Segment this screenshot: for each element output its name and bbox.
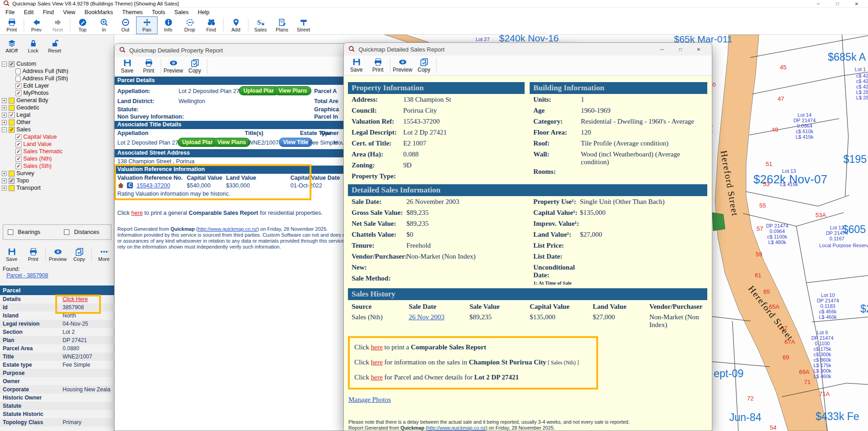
layer-lock-button[interactable]: Lock — [22, 36, 44, 56]
tree-item-custom[interactable]: −✓Custom — [0, 60, 113, 68]
menu-edit[interactable]: Edit — [19, 9, 38, 16]
unchecked-layer-icon[interactable] — [9, 185, 15, 191]
expand-icon[interactable]: + — [2, 171, 7, 176]
menu-bookmarks[interactable]: BookMarks — [80, 9, 118, 16]
tree-item-myphotos[interactable]: ✓MyPhotos — [0, 89, 113, 97]
layer-reset-button[interactable]: Reset — [44, 36, 65, 56]
tree-item-other[interactable]: +Other — [0, 119, 113, 126]
menu-help[interactable]: Help — [193, 9, 214, 16]
property-copy-button[interactable]: Copy — [184, 57, 205, 76]
checked-layer-icon[interactable]: ✓ — [9, 61, 15, 67]
toolbar-prev-button[interactable]: Prev — [26, 16, 47, 34]
property-save-button[interactable]: Save — [116, 57, 138, 76]
minimize-icon[interactable]: ─ — [656, 47, 668, 52]
collapse-icon[interactable]: − — [2, 127, 7, 132]
tree-item-geodetic[interactable]: +Geodetic — [0, 104, 113, 111]
menu-view[interactable]: View — [58, 9, 80, 16]
toolbar-pan-button[interactable]: Pan — [136, 16, 158, 34]
toolbar-print-button[interactable]: Print — [1, 16, 22, 34]
expand-icon[interactable]: + — [2, 98, 7, 103]
toolbar-in-button[interactable]: In — [93, 16, 115, 34]
quickmap-url-link[interactable]: http://www.quickmap.co.nz — [198, 226, 257, 232]
checked-layer-icon[interactable]: ✓ — [16, 156, 21, 162]
panel-print-button[interactable]: Print — [22, 245, 44, 264]
sales-report-titlebar[interactable]: Quickmap Detailed Sales Report ─ □ ✕ — [344, 43, 712, 56]
quickmap-url-link[interactable]: http://www.quickmap.co.nz — [427, 425, 486, 431]
layer-alloff-button[interactable]: AllOff — [1, 36, 22, 56]
maximize-icon[interactable]: □ — [674, 47, 686, 52]
tree-item-land-value[interactable]: ✓Land Value — [0, 140, 113, 148]
toolbar-plans-button[interactable]: Plans — [271, 16, 293, 34]
tree-item-legal[interactable]: +✓Legal — [0, 111, 113, 119]
here-link[interactable]: here — [371, 343, 383, 351]
valuation-ref-link[interactable]: 15543-37200 — [137, 182, 170, 189]
maximize-icon[interactable]: □ — [828, 1, 847, 6]
unchecked-layer-icon[interactable] — [9, 119, 15, 125]
tree-item-transport[interactable]: +Transport — [0, 184, 113, 192]
here-link[interactable]: here — [132, 210, 143, 216]
layer-page-icon[interactable] — [16, 68, 21, 74]
checked-layer-icon[interactable]: ✓ — [9, 127, 15, 133]
panel-save-button[interactable]: Save — [1, 245, 22, 264]
tree-item-sales-nth[interactable]: ✓Sales (Nth) — [0, 155, 113, 162]
minimize-icon[interactable]: ─ — [809, 1, 828, 6]
toolbar-drop-button[interactable]: Drop — [179, 16, 200, 34]
upload-plan-button[interactable]: Upload Plan — [239, 86, 279, 95]
sales-save-button[interactable]: Save — [346, 56, 367, 75]
view-title-button[interactable]: View Title — [279, 138, 312, 147]
tree-item-sales-thematic[interactable]: ✓Sales Thematic — [0, 148, 113, 155]
toolbar-street-button[interactable]: Street — [293, 16, 314, 34]
close-icon[interactable]: ✕ — [693, 47, 705, 52]
checked-layer-icon[interactable]: ✓ — [16, 134, 21, 140]
checked-layer-icon[interactable]: ✓ — [16, 83, 21, 89]
tree-item-address-full-nth[interactable]: Address Full (Nth) — [0, 68, 113, 75]
tree-item-general-bdy[interactable]: +General Bdy — [0, 97, 113, 104]
expand-icon[interactable]: + — [2, 105, 7, 110]
tree-item-topo[interactable]: +✓Topo — [0, 177, 113, 184]
found-parcel-link[interactable]: Parcel - 3857908 — [6, 272, 48, 279]
toolbar-add-button[interactable]: Add — [225, 16, 247, 34]
layer-page-icon[interactable] — [16, 76, 21, 82]
menu-file[interactable]: File — [1, 9, 19, 16]
toolbar-sales-button[interactable]: SSales — [250, 16, 271, 34]
menu-sales[interactable]: Sales — [170, 9, 193, 16]
sales-copy-button[interactable]: Copy — [413, 56, 435, 75]
property-preview-button[interactable]: Preview — [163, 57, 184, 76]
menu-tools[interactable]: Tools — [147, 9, 170, 16]
toolbar-top-button[interactable]: Top — [72, 16, 93, 34]
sales-preview-button[interactable]: Preview — [392, 56, 413, 75]
toolbar-next-button[interactable]: Next — [47, 16, 68, 34]
sales-print-button[interactable]: Print — [367, 56, 389, 75]
here-link[interactable]: here — [371, 374, 383, 381]
menu-themes[interactable]: Themes — [117, 9, 147, 16]
here-link[interactable]: here — [371, 358, 383, 366]
view-plans-button[interactable]: View Plans — [274, 86, 311, 95]
checked-layer-icon[interactable]: ✓ — [9, 112, 15, 118]
tree-item-capital-value[interactable]: ✓Capital Value — [0, 133, 113, 140]
checked-layer-icon[interactable]: ✓ — [9, 178, 15, 184]
tree-item-address-full-sth[interactable]: Address Full (Sth) — [0, 75, 113, 82]
checked-layer-icon[interactable]: ✓ — [16, 163, 21, 169]
toolbar-info-button[interactable]: Info — [158, 16, 179, 34]
close-icon[interactable]: ✕ — [847, 1, 866, 6]
expand-icon[interactable]: + — [2, 186, 7, 191]
tree-item-sales[interactable]: −✓Sales — [0, 126, 113, 133]
panel-more-button[interactable]: More — [93, 245, 115, 264]
menu-find[interactable]: Find — [38, 9, 58, 16]
checked-layer-icon[interactable]: ✓ — [16, 141, 21, 147]
tree-item-sales-sth[interactable]: ✓Sales (Sth) — [0, 162, 113, 170]
expand-icon[interactable]: + — [2, 178, 7, 183]
panel-preview-button[interactable]: Preview — [47, 245, 68, 264]
tree-item-survey[interactable]: +Survey — [0, 170, 113, 177]
checked-layer-icon[interactable]: ✓ — [16, 90, 21, 96]
upload-plan-button-2[interactable]: Upload Plan — [178, 138, 218, 147]
unchecked-layer-icon[interactable] — [9, 171, 15, 177]
unchecked-layer-icon[interactable] — [9, 98, 15, 104]
distances-checkbox[interactable] — [64, 229, 69, 235]
expand-icon[interactable]: + — [2, 113, 7, 118]
panel-copy-button[interactable]: Copy — [68, 245, 90, 264]
toolbar-find-button[interactable]: Find — [200, 16, 222, 34]
bearings-checkbox[interactable] — [8, 229, 13, 235]
expand-icon[interactable]: + — [2, 120, 7, 125]
unchecked-layer-icon[interactable] — [9, 105, 15, 111]
